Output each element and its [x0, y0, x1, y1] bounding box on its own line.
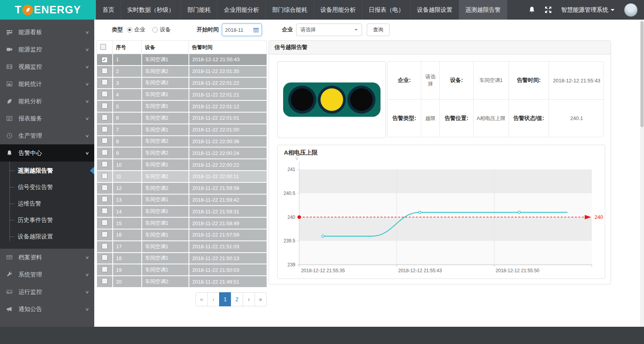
page-button[interactable]: «: [196, 292, 208, 306]
cell-time: 2018-11-22 21:59:42: [189, 194, 267, 206]
table-row[interactable]: 2车间空调22018-11-22 22:01:35: [97, 66, 267, 77]
table-row[interactable]: 14车间空调12018-11-22 21:59:31: [97, 206, 267, 217]
sidebar-subitem[interactable]: 遥测越限告警: [0, 162, 94, 179]
sidebar-item-camera[interactable]: 能源监控∨: [0, 41, 94, 58]
system-title-dropdown[interactable]: 智慧能源管理系统: [561, 6, 615, 14]
sidebar-item-label: 档案资料: [18, 254, 42, 261]
wrench-icon: [6, 271, 14, 278]
table-row[interactable]: 16车间空调12018-11-22 21:57:59: [97, 229, 267, 241]
avatar[interactable]: [624, 3, 638, 17]
top-nav-item[interactable]: 部门综合能耗: [265, 0, 314, 20]
row-checkbox[interactable]: [102, 255, 108, 260]
table-row[interactable]: 11车间空调22018-11-22 22:00:11: [97, 171, 267, 182]
cell-time: 2018-12-12 21:55:43: [189, 54, 267, 66]
sidebar-item-server[interactable]: 运行监控∨: [0, 283, 94, 300]
top-nav-item[interactable]: 设备用能分析: [314, 0, 362, 20]
chevron-down-icon: ∨: [85, 133, 89, 138]
row-checkbox[interactable]: ✓: [102, 57, 108, 63]
table-row[interactable]: 12车间空调22018-11-22 21:59:58: [97, 182, 267, 194]
table-row[interactable]: 15车间空调12018-11-22 21:58:49: [97, 217, 267, 229]
select-all-checkbox[interactable]: [100, 44, 106, 50]
sidebar-item-label: 运行监控: [18, 288, 42, 296]
sidebar-item-label: 告警中心: [18, 149, 42, 157]
top-nav-item[interactable]: 遥测越限告警: [459, 0, 507, 20]
row-checkbox[interactable]: [102, 243, 108, 249]
table-row[interactable]: 5车间空调12018-11-22 22:01:12: [97, 100, 267, 112]
radio-enterprise[interactable]: 企业: [127, 26, 145, 33]
radio-device[interactable]: 设备: [152, 26, 171, 33]
scrollbar-thumb[interactable]: [640, 21, 644, 127]
row-checkbox[interactable]: [102, 138, 108, 144]
row-checkbox[interactable]: [102, 149, 108, 155]
sidebar-item-megaphone[interactable]: 通知公告∨: [0, 300, 94, 318]
page-button[interactable]: 1: [219, 292, 231, 306]
row-checkbox[interactable]: [102, 278, 108, 284]
row-checkbox[interactable]: [102, 208, 108, 214]
table-row[interactable]: 9车间空调22018-11-22 22:00:24: [97, 147, 267, 159]
table-row[interactable]: 8车间空调22018-11-22 22:00:36: [97, 136, 267, 147]
cell-device: 车间空调2: [142, 182, 189, 194]
top-nav-item[interactable]: 首页: [96, 0, 121, 20]
top-nav-item[interactable]: 企业用能分析: [217, 0, 265, 20]
sidebar-item-clock[interactable]: 生产管理∨: [0, 127, 94, 144]
row-checkbox[interactable]: [102, 266, 108, 272]
page-button[interactable]: ‹: [207, 292, 220, 306]
table-row[interactable]: ✓1车间空调12018-12-12 21:55:43: [97, 54, 267, 66]
sidebar-subitem[interactable]: 历史事件告警: [0, 212, 94, 228]
table-row[interactable]: 6车间空调22018-11-22 22:01:01: [97, 112, 267, 124]
row-checkbox[interactable]: [102, 173, 108, 179]
cell-time: 2018-11-22 21:59:31: [189, 206, 267, 217]
table-row[interactable]: 7车间空调12018-11-22 22:01:00: [97, 124, 267, 136]
sidebar-subitem[interactable]: 设备越限设置: [0, 228, 94, 245]
sidebar-subitem[interactable]: 信号变位告警: [0, 179, 94, 195]
table-row[interactable]: 13车间空调12018-11-22 21:59:42: [97, 194, 267, 206]
query-button[interactable]: 查询: [367, 24, 390, 36]
table-row[interactable]: 4车间空调12018-11-22 22:01:21: [97, 89, 267, 100]
page-button[interactable]: 2: [231, 292, 243, 306]
table-row[interactable]: 20车间空调22018-11-22 21:49:51: [97, 276, 267, 288]
detail-value: 请选择: [421, 62, 439, 99]
sidebar-item-archive[interactable]: 档案资料∨: [0, 249, 94, 266]
table-row[interactable]: 10车间空调12018-11-22 22:00:22: [97, 159, 267, 171]
top-nav-item[interactable]: 日报表（电）: [362, 0, 410, 20]
sidebar-item-wrench[interactable]: 系统管理∨: [0, 266, 94, 283]
cell-no: 9: [113, 147, 142, 159]
notification-bell-icon[interactable]: [529, 6, 535, 14]
sidebar-subitem[interactable]: 运维告警: [0, 195, 94, 212]
row-checkbox[interactable]: [102, 91, 108, 97]
sidebar-item-film[interactable]: 视频监控∨: [0, 58, 94, 75]
top-nav-item[interactable]: 实时数据（秒级）: [121, 0, 181, 20]
sidebar-item-leaf[interactable]: 能耗分析∨: [0, 93, 94, 110]
system-title: 智慧能源管理系统: [561, 6, 608, 14]
sidebar-item-dashboard[interactable]: 能源看板∨: [0, 24, 94, 41]
fullscreen-icon[interactable]: [545, 6, 552, 13]
table-row[interactable]: 3车间空调22018-11-22 22:01:22: [97, 77, 267, 89]
page-button[interactable]: ›: [243, 292, 255, 306]
chevron-down-icon: ∨: [85, 116, 89, 121]
start-time-input[interactable]: 2018-11: [222, 24, 262, 36]
row-checkbox[interactable]: [102, 196, 108, 202]
sidebar-item-bell[interactable]: 告警中心∨: [0, 144, 94, 162]
sidebar-item-report[interactable]: 报表服务∨: [0, 110, 94, 127]
row-checkbox[interactable]: [102, 115, 108, 120]
table-row[interactable]: 18车间空调12018-11-22 21:50:13: [97, 253, 267, 264]
row-checkbox[interactable]: [102, 231, 108, 237]
row-checkbox[interactable]: [102, 79, 108, 85]
table-row[interactable]: 19车间空调12018-11-22 21:50:03: [97, 264, 267, 276]
top-nav-item[interactable]: 部门能耗: [181, 0, 217, 20]
cell-device: 车间空调1: [142, 100, 189, 112]
sidebar-item-bar-chart[interactable]: 能耗统计∨: [0, 75, 94, 93]
top-nav-item[interactable]: 设备越限设置: [410, 0, 459, 20]
row-checkbox[interactable]: [102, 103, 108, 109]
enterprise-select[interactable]: 请选择: [296, 24, 362, 36]
table-row[interactable]: 17车间空调12018-11-22 21:51:03: [97, 241, 267, 253]
page-button[interactable]: »: [254, 292, 267, 306]
film-icon: [6, 64, 14, 70]
row-checkbox[interactable]: [102, 185, 108, 191]
row-checkbox[interactable]: [102, 68, 108, 74]
row-checkbox[interactable]: [102, 126, 108, 132]
row-checkbox[interactable]: [102, 161, 108, 167]
row-checkbox[interactable]: [102, 220, 108, 226]
vertical-scrollbar[interactable]: [640, 20, 644, 327]
sidebar-item-label: 能源监控: [18, 46, 42, 53]
